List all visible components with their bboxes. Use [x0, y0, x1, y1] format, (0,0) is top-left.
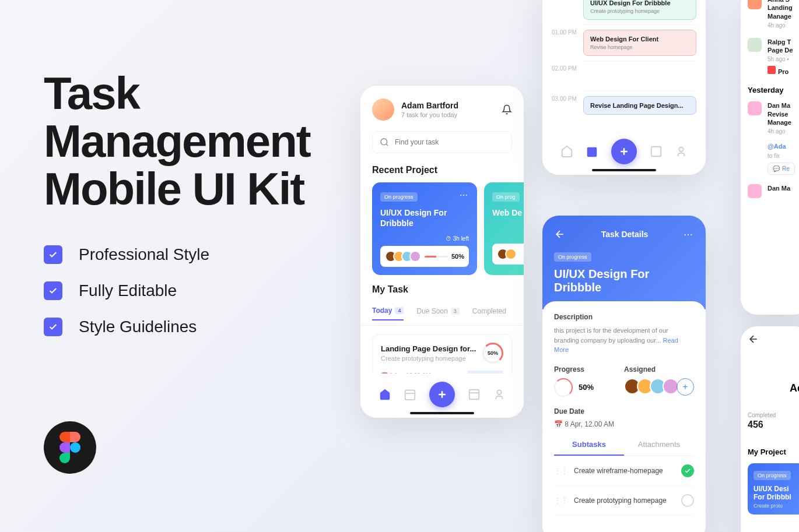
subtask-item[interactable]: ⋮⋮Create wireframe-homepage [554, 456, 694, 486]
profile-screen: Ad Completed 456 My Project On progress … [741, 326, 799, 532]
svg-line-2 [386, 144, 388, 146]
tab-completed[interactable]: Completed [472, 306, 506, 320]
svg-point-14 [679, 147, 684, 152]
svg-point-1 [381, 139, 387, 145]
task-details-screen: Task Details ⋯ On progress UI/UX Design … [542, 216, 706, 532]
drag-handle-icon[interactable]: ⋮⋮ [554, 467, 568, 475]
svg-rect-7 [469, 390, 479, 400]
notification-item[interactable]: Ralpg T Page De 5h ago • Pro [748, 38, 799, 77]
check-done-icon[interactable] [681, 464, 694, 477]
calendar-event[interactable]: Web Design For ClientRevise homepage [583, 30, 696, 56]
add-button[interactable] [611, 139, 637, 164]
search-icon [380, 138, 389, 147]
progress-label: Progress [554, 365, 624, 374]
user-subtitle: 7 task for you today [401, 111, 458, 118]
section-header: Yesterday [748, 86, 799, 94]
notification-name: Dan Ma [768, 184, 790, 192]
svg-rect-3 [405, 390, 415, 400]
back-icon[interactable] [748, 333, 759, 345]
search-field[interactable] [395, 138, 504, 146]
calendar-event[interactable]: UI/UX Design For DribbbleCreate prototyp… [583, 0, 696, 20]
notification-name: Dan Ma [768, 101, 795, 110]
add-button[interactable] [429, 382, 455, 407]
avatar [748, 184, 762, 198]
section-header: My Project [748, 448, 799, 456]
status-badge: On progress [754, 471, 791, 480]
tab-today[interactable]: Today4 [372, 306, 404, 320]
description-label: Description [554, 313, 694, 321]
task-title: UI/UX Design For Dribbble [554, 267, 694, 294]
feature-text: Style Guidelines [79, 318, 197, 336]
user-profile[interactable]: Adam Bartford 7 task for you today [372, 98, 458, 121]
avatar-stack: + [624, 378, 694, 396]
due-date-value: 📅 8 Apr, 12.00 AM [554, 420, 694, 428]
my-task-title: My Task [360, 281, 524, 302]
bell-icon[interactable] [502, 104, 512, 115]
project-title: UI/UX Desi For Dribbbl [754, 485, 798, 501]
project-title: UI/UX Design For Dribbble [380, 207, 469, 228]
home-icon[interactable] [379, 388, 391, 401]
avatar [748, 101, 762, 115]
add-assignee-button[interactable]: + [677, 378, 694, 396]
project-title: Web De Client [492, 207, 524, 218]
subtask-item[interactable]: ⋮⋮Create prototyping homepage [554, 486, 694, 516]
drag-handle-icon[interactable]: ⋮⋮ [554, 496, 568, 505]
back-icon[interactable] [554, 228, 566, 240]
time-label: 03.00 PM [552, 91, 583, 121]
check-icon [44, 318, 62, 336]
progress-ring: 50% [482, 343, 503, 364]
tab-subtasks[interactable]: Subtasks [554, 440, 624, 456]
notification-item[interactable]: Anna S Landing Manage 4h ago [748, 0, 799, 29]
hero-title: Task Management Mobile UI Kit [44, 70, 341, 213]
more-icon[interactable]: ⋯ [460, 191, 469, 200]
progress-ring [554, 378, 573, 397]
page-title: Task Details [601, 230, 649, 239]
notification-item[interactable]: Dan Ma [748, 184, 799, 198]
tab-attachments[interactable]: Attachments [624, 440, 694, 456]
avatar-stack [385, 251, 421, 262]
avatar [748, 0, 762, 9]
assigned-label: Assigned [624, 365, 694, 374]
svg-point-0 [70, 442, 80, 453]
profile-icon[interactable] [493, 388, 506, 401]
svg-rect-10 [587, 147, 597, 157]
check-icon [44, 281, 62, 300]
notification-item[interactable]: Dan Ma Revise Manage 4h ago @Ada to fix … [748, 101, 799, 175]
mention[interactable]: @Ada [768, 143, 786, 150]
check-empty-icon[interactable] [681, 494, 694, 507]
figma-logo-icon [44, 421, 96, 474]
stat-label: Completed [748, 412, 799, 418]
projects-icon[interactable] [468, 388, 481, 401]
home-icon[interactable] [560, 145, 573, 158]
status-badge: On progress [380, 192, 418, 202]
avatar [372, 98, 394, 121]
projects-icon[interactable] [650, 145, 663, 158]
status-badge: On prog [492, 192, 520, 202]
profile-icon[interactable] [675, 145, 688, 158]
feature-item: Professional Style [44, 245, 341, 264]
search-input[interactable] [372, 131, 512, 153]
time-label: 02.00 PM [552, 61, 583, 91]
feature-item: Style Guidelines [44, 318, 341, 336]
calendar-event[interactable]: Revise Landing Page Design... [583, 96, 696, 115]
reply-button[interactable]: 💬 Re [768, 163, 795, 175]
calendar-icon[interactable] [404, 388, 416, 401]
feature-text: Fully Editable [79, 281, 177, 300]
project-card[interactable]: On prog Web De Client [484, 182, 524, 275]
progress-percent: 50% [451, 253, 464, 260]
description-text: this project is for the development of o… [554, 326, 694, 355]
stat-value: 456 [748, 420, 799, 430]
check-icon [44, 245, 62, 264]
project-card[interactable]: On progress ⋯ UI/UX Design For Dribbble … [372, 182, 477, 275]
time-label: 01.00 PM [552, 24, 583, 61]
progress-percent: 50% [579, 383, 594, 392]
calendar-icon[interactable] [586, 145, 598, 158]
tab-due-soon[interactable]: Due Soon3 [416, 306, 459, 320]
task-title: Landing Page Design for... [381, 344, 476, 353]
feature-item: Fully Editable [44, 281, 341, 300]
project-card[interactable]: On progress UI/UX Desi For Dribbbl Creat… [748, 463, 799, 515]
recent-project-title: Recent Project [360, 161, 524, 182]
svg-point-9 [497, 390, 502, 394]
more-icon[interactable]: ⋯ [684, 229, 694, 240]
bottom-nav [360, 374, 524, 418]
